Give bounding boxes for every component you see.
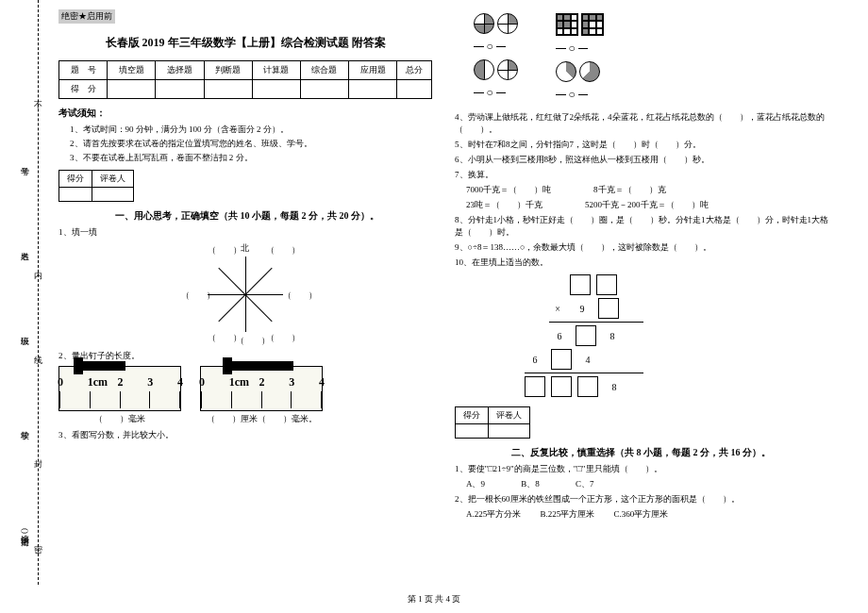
mc2-options: A.225平方分米 B.225平方厘米 C.360平方厘米 — [466, 508, 828, 521]
compass-blank[interactable]: （ ） — [283, 290, 317, 302]
compass-diagram: （ ） 北 （ ） （ ） （ ） （ ） （ ） （ ） — [179, 242, 311, 346]
ruler-1: 0 1cm 2 3 4 — [58, 366, 181, 411]
fraction-blank[interactable] — [556, 86, 566, 104]
fraction-blank[interactable] — [474, 84, 484, 102]
compass-blank[interactable]: （ ） — [266, 244, 300, 257]
page-footer: 第 1 页 共 4 页 — [0, 593, 868, 605]
table-row: 题 号 填空题 选择题 判断题 计算题 综合题 应用题 总分 — [59, 61, 432, 80]
grader-box: 得分评卷人 — [58, 170, 134, 202]
left-column: 绝密★启用前 长春版 2019 年三年级数学【上册】综合检测试题 附答案 题 号… — [47, 9, 443, 585]
table-row: 得 分 — [59, 80, 432, 99]
exam-page: 绝密★启用前 长春版 2019 年三年级数学【上册】综合检测试题 附答案 题 号… — [0, 0, 868, 585]
notice-item: 3、不要在试卷上乱写乱画，卷面不整洁扣 2 分。 — [70, 152, 432, 164]
circle-icon — [497, 13, 518, 34]
compass-blank[interactable]: （ ） — [208, 244, 242, 257]
fraction-blank[interactable] — [556, 40, 566, 58]
question-6: 6、小明从一楼到三楼用8秒，照这样他从一楼到五楼用（ ）秒。 — [455, 154, 828, 166]
circle-icon — [474, 59, 494, 80]
mc1-options: A、9 B、8 C、7 — [466, 478, 828, 490]
th-choice: 选择题 — [156, 61, 204, 80]
right-column: ○ ○ ○ ○ 4、劳动课上做纸花，红红做了2朵纸花，4朵蓝花，红花占纸花总数的… — [443, 9, 840, 585]
square-icon — [581, 13, 604, 36]
section-1-heading: 一、用心思考，正确填空（共 10 小题，每题 2 分，共 20 分）。 — [115, 209, 432, 223]
td-score-label: 得 分 — [59, 80, 108, 99]
fraction-blank[interactable] — [474, 38, 484, 56]
ruler-1-caption[interactable]: （ ）毫米 — [58, 413, 181, 425]
binding-dash-line — [38, 0, 39, 585]
ruler-2: 0 1cm 2 3 4 — [200, 366, 323, 411]
compass-north: 北 — [241, 242, 249, 255]
secret-label: 绝密★启用前 — [58, 9, 115, 24]
square-icon — [556, 13, 578, 36]
question-9: 9、○÷8＝138……○，余数最大填（ ），这时被除数是（ ）。 — [455, 241, 828, 254]
th-fill: 填空题 — [108, 61, 156, 80]
circle-icon — [579, 61, 600, 82]
fraction-blank[interactable] — [578, 86, 589, 104]
circle-icon — [556, 61, 576, 82]
circle-icon — [497, 59, 518, 80]
fraction-blank[interactable] — [496, 38, 507, 56]
question-10: 10、在里填上适当的数。 — [455, 257, 828, 269]
multiplication-diagram: ×9 68 64 8 — [549, 274, 828, 397]
fraction-diagrams: ○ ○ ○ ○ — [474, 13, 828, 104]
th-comp: 综合题 — [300, 61, 348, 80]
mc-question-1: 1、要使"□21÷9"的商是三位数，"□"里只能填（ ）。 — [455, 463, 828, 475]
notice-item: 2、请首先按要求在试卷的指定位置填写您的姓名、班级、学号。 — [70, 138, 432, 150]
q7-line: 23吨＝（ ）千克 5200千克－200千克＝（ ）吨 — [466, 199, 828, 211]
fraction-blank[interactable] — [496, 84, 507, 102]
exam-title: 长春版 2019 年三年级数学【上册】综合检测试题 附答案 — [58, 35, 432, 51]
fraction-blank[interactable] — [578, 40, 589, 58]
notice-heading: 考试须知： — [58, 107, 432, 120]
question-1: 1、填一填 — [58, 226, 432, 239]
question-3: 3、看图写分数，并比较大小。 — [58, 429, 432, 441]
question-8: 8、分针走1小格，秒针正好走（ ）圈，是（ ）秒。分针走1大格是（ ）分，时针走… — [455, 214, 828, 239]
th-total: 总分 — [397, 61, 432, 80]
grader-box-2: 得分评卷人 — [455, 406, 530, 439]
q7-line: 7000千克＝（ ）吨 8千克＝（ ）克 — [466, 184, 828, 196]
compass-blank[interactable]: （ ） — [181, 290, 215, 302]
ruler-row: 0 1cm 2 3 4 （ ）毫米 0 1cm 2 3 — [58, 366, 432, 425]
question-4: 4、劳动课上做纸花，红红做了2朵纸花，4朵蓝花，红花占纸花总数的（ ），蓝花占纸… — [455, 111, 828, 136]
compass-blank[interactable]: （ ） — [266, 332, 300, 344]
field-town: 乡镇(街道) — [19, 528, 31, 534]
mc-question-2: 2、把一根长60厘米的铁丝围成一个正方形，这个正方形的面积是（ ）。 — [455, 493, 828, 505]
question-5: 5、时针在7和8之间，分针指向7，这时是（ ）时（ ）分。 — [455, 139, 828, 151]
score-table: 题 号 填空题 选择题 判断题 计算题 综合题 应用题 总分 得 分 — [58, 60, 432, 99]
compass-blank[interactable]: （ ） — [236, 335, 270, 347]
th-app: 应用题 — [349, 61, 397, 80]
binding-margin: 乡镇(街道) 学校 班级 姓名 学号 密 封 线 内 不 — [0, 0, 47, 585]
th-judge: 判断题 — [204, 61, 252, 80]
th-calc: 计算题 — [252, 61, 300, 80]
question-7: 7、换算。 — [455, 169, 828, 181]
section-2-heading: 二、反复比较，慎重选择（共 8 小题，每题 2 分，共 16 分）。 — [511, 446, 828, 459]
notice-item: 1、考试时间：90 分钟，满分为 100 分（含卷面分 2 分）。 — [70, 124, 432, 136]
ruler-2-caption[interactable]: （ ）厘米（ ）毫米。 — [200, 413, 323, 425]
th-num: 题 号 — [59, 61, 108, 80]
circle-icon — [474, 13, 494, 34]
